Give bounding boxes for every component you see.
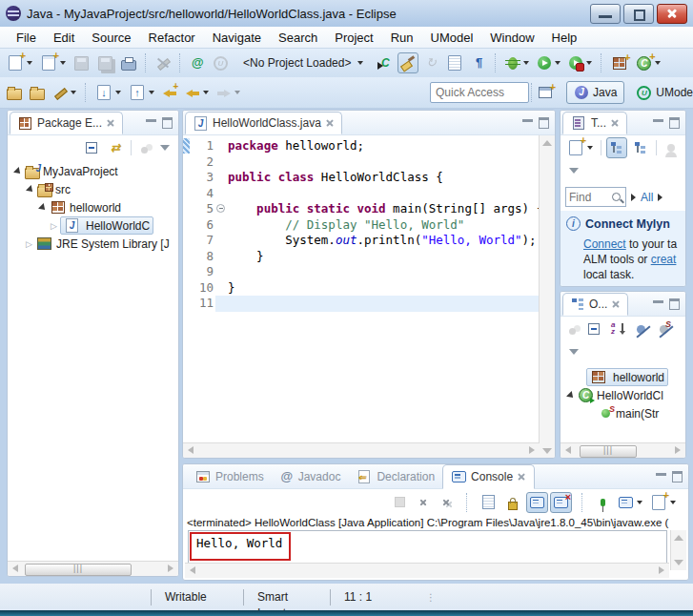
perspective-button-java[interactable]: Java	[566, 81, 624, 104]
package-explorer-item-helloworld[interactable]: helloworld	[8, 198, 178, 216]
show-on-stdout-button[interactable]	[526, 492, 548, 513]
open-resource-button[interactable]	[27, 82, 48, 103]
menu-item-run[interactable]: Run	[382, 29, 422, 47]
display-selected-console-button[interactable]	[615, 492, 645, 513]
previous-annotation-button[interactable]	[126, 82, 157, 103]
forward-button[interactable]	[214, 82, 243, 103]
menu-item-edit[interactable]: Edit	[45, 29, 83, 47]
close-outline-icon[interactable]	[611, 299, 621, 309]
expander-closed-icon[interactable]: ▷	[51, 221, 58, 231]
code-line-7[interactable]: 7 System.out.println("Hello, World");	[191, 233, 539, 249]
sync-model-button[interactable]	[420, 52, 441, 73]
view-menu-button[interactable]	[155, 137, 174, 158]
maximize-task-list-icon[interactable]	[669, 117, 680, 129]
outline-collapse-all-button[interactable]	[583, 318, 604, 339]
menu-item-search[interactable]: Search	[270, 29, 326, 47]
new-package-button[interactable]	[608, 52, 631, 74]
next-annotation-dropdown-icon[interactable]	[115, 91, 121, 94]
expander-open-icon[interactable]	[13, 167, 23, 176]
code-line-8[interactable]: 8 }	[191, 249, 539, 265]
minimize-button[interactable]	[590, 4, 621, 24]
console-tab-declaration[interactable]: Declaration	[348, 465, 442, 488]
categorized-view-button[interactable]	[606, 137, 627, 158]
toggle-mark-occurrences-dropdown-icon[interactable]	[71, 91, 76, 94]
task-find-input[interactable]	[566, 191, 610, 204]
restore-button[interactable]	[623, 4, 654, 24]
forward-dropdown-icon[interactable]	[234, 91, 240, 94]
menu-item-navigate[interactable]: Navigate	[204, 29, 270, 47]
show-on-stderr-button[interactable]	[550, 492, 572, 513]
run-external-tools-button[interactable]	[565, 52, 595, 73]
title-bar[interactable]: Java - MyJavaProject/src/helloworld/Hell…	[0, 0, 693, 27]
mark-occurrences-button[interactable]	[153, 52, 173, 73]
menu-item-refactor[interactable]: Refactor	[140, 29, 204, 47]
back-button[interactable]	[182, 82, 212, 103]
console-hscrollbar[interactable]	[185, 563, 669, 578]
run-external-tools-dropdown-icon[interactable]	[586, 61, 592, 65]
open-type-button[interactable]	[4, 82, 25, 103]
package-explorer-item-helloworldc[interactable]: ▷HelloWorldC	[8, 216, 178, 235]
outline-item-helloworld[interactable]: helloworld	[561, 368, 685, 386]
outline-view-menu-button[interactable]	[564, 341, 583, 362]
package-explorer-item-jre-system-library-j[interactable]: ▷JRE System Library [J	[8, 235, 178, 253]
tab-editor-helloworldclass[interactable]: HelloWorldClass.java	[185, 112, 342, 134]
code-line-10[interactable]: 10}	[191, 280, 539, 297]
debug-dropdown-icon[interactable]	[523, 61, 529, 65]
menu-item-help[interactable]: Help	[543, 29, 586, 47]
print-button[interactable]	[118, 52, 139, 73]
next-annotation-button[interactable]	[92, 82, 124, 103]
outline-focus-button[interactable]	[564, 321, 581, 338]
editor-hscrollbar[interactable]	[183, 442, 540, 458]
code-line-11[interactable]: 11	[191, 296, 539, 312]
run-dropdown-icon[interactable]	[555, 61, 561, 65]
package-explorer-hscrollbar[interactable]	[8, 561, 178, 576]
package-explorer-item-myjavaproject[interactable]: MyJavaProject	[8, 162, 178, 180]
maximize-editor-icon[interactable]	[539, 117, 549, 129]
fold-collapse-icon[interactable]	[216, 204, 225, 213]
close-task-list-icon[interactable]	[610, 118, 620, 128]
link-with-editor-button[interactable]	[105, 137, 126, 158]
perspective-button-umodel[interactable]: UModel	[628, 81, 693, 105]
close-tab-icon[interactable]	[106, 118, 115, 128]
last-edit-location-button[interactable]: +	[159, 82, 180, 103]
minimize-editor-icon[interactable]	[522, 119, 533, 122]
quick-access-input[interactable]	[430, 82, 529, 103]
code-area[interactable]: 1package helloworld;23public class Hello…	[183, 135, 539, 459]
new-java-project-dropdown-icon[interactable]	[60, 61, 66, 65]
menu-item-project[interactable]: Project	[326, 29, 381, 47]
show-whitespace-button[interactable]	[468, 52, 489, 73]
expander-closed-icon[interactable]: ▷	[26, 239, 33, 249]
new-file-button[interactable]	[4, 52, 35, 73]
debug-button[interactable]	[502, 53, 532, 73]
highlight-button[interactable]	[397, 52, 418, 73]
new-file-dropdown-icon[interactable]	[27, 61, 32, 65]
open-console-button[interactable]	[647, 492, 679, 513]
code-line-2[interactable]: 2	[191, 154, 539, 171]
back-dropdown-icon[interactable]	[203, 91, 209, 94]
console-tab-problems[interactable]: Problems	[187, 465, 272, 488]
code-line-1[interactable]: 1package helloworld;	[191, 138, 539, 154]
show-documentation-button[interactable]	[443, 52, 466, 73]
remove-launch-button[interactable]	[413, 492, 434, 513]
menu-item-source[interactable]: Source	[83, 29, 139, 47]
code-line-3[interactable]: 3public class HelloWorldClass {	[191, 170, 539, 186]
collapse-all-button[interactable]	[81, 137, 102, 158]
umodel-project-selector[interactable]: <No Project Loaded>	[237, 54, 369, 72]
pin-console-button[interactable]	[593, 494, 613, 511]
toggle-mark-occurrences-button[interactable]	[50, 82, 79, 103]
new-class-button[interactable]	[633, 52, 663, 74]
save-button[interactable]	[71, 52, 92, 74]
tab-outline[interactable]: O...	[562, 293, 628, 316]
tab-task-list[interactable]: T...	[562, 112, 627, 134]
mylyn-link[interactable]: creat	[651, 253, 677, 266]
scheduled-view-button[interactable]	[630, 137, 651, 158]
new-java-project-button[interactable]	[37, 52, 69, 73]
console-vscrollbar[interactable]	[670, 530, 686, 570]
expander-open-icon[interactable]	[566, 391, 576, 400]
run-button[interactable]	[534, 52, 563, 73]
project-selector-dropdown-icon[interactable]	[357, 61, 363, 65]
terminate-button[interactable]	[389, 491, 411, 513]
expander-open-icon[interactable]	[26, 185, 35, 195]
task-list-view-menu-button[interactable]	[564, 160, 583, 181]
tab-package-explorer[interactable]: Package E...	[10, 112, 123, 134]
